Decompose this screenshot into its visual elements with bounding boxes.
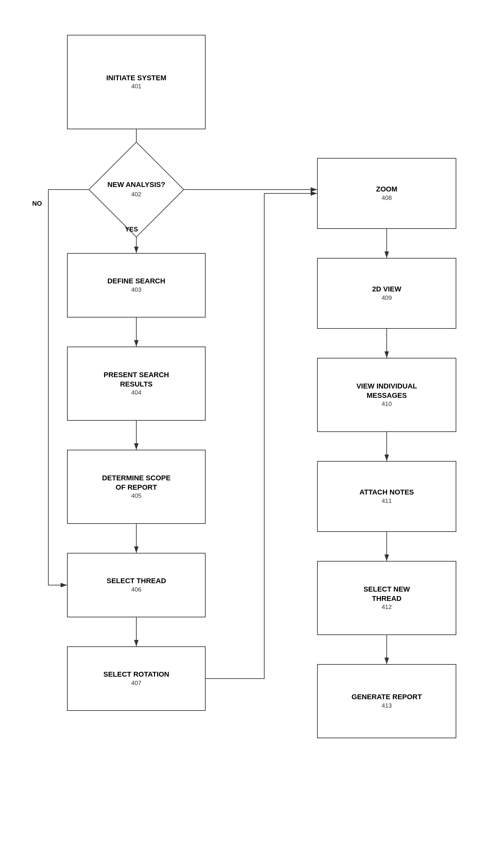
define-search-label: DEFINE SEARCH (107, 277, 165, 286)
define-search-box: DEFINE SEARCH 403 (67, 253, 205, 318)
determine-scope-label: DETERMINE SCOPEOF REPORT (102, 474, 171, 492)
initiate-system-box: INITIATE SYSTEM 401 (67, 35, 205, 129)
zoom-box: ZOOM 408 (317, 158, 456, 229)
select-thread-label: SELECT THREAD (107, 576, 166, 586)
view-individual-label: VIEW INDIVIDUALMESSAGES (356, 382, 417, 400)
view-2d-label: 2D VIEW (372, 285, 401, 294)
zoom-label: ZOOM (376, 185, 397, 194)
view-individual-box: VIEW INDIVIDUALMESSAGES 410 (317, 358, 456, 432)
determine-scope-box: DETERMINE SCOPEOF REPORT 405 (67, 450, 205, 524)
present-search-box: PRESENT SEARCHRESULTS 404 (67, 346, 205, 421)
attach-notes-label: ATTACH NOTES (359, 488, 414, 497)
select-thread-box: SELECT THREAD 406 (67, 553, 205, 617)
flowchart: INITIATE SYSTEM 401 NEW ANALYSIS? 402 YE… (0, 0, 504, 853)
select-new-thread-number: 412 (381, 603, 392, 611)
select-rotation-box: SELECT ROTATION 407 (67, 646, 205, 711)
initiate-system-label: INITIATE SYSTEM (106, 73, 167, 83)
define-search-number: 403 (131, 286, 142, 294)
generate-report-label: GENERATE REPORT (352, 692, 422, 702)
select-new-thread-label: SELECT NEWTHREAD (363, 585, 410, 603)
attach-notes-number: 411 (381, 497, 392, 505)
select-new-thread-box: SELECT NEWTHREAD 412 (317, 561, 456, 635)
select-rotation-label: SELECT ROTATION (104, 670, 169, 679)
zoom-number: 408 (381, 194, 392, 202)
attach-notes-box: ATTACH NOTES 411 (317, 461, 456, 532)
determine-scope-number: 405 (131, 492, 142, 500)
view-individual-number: 410 (381, 400, 392, 408)
new-analysis-text: NEW ANALYSIS? 402 (107, 180, 165, 199)
present-search-number: 404 (131, 389, 142, 397)
view-2d-number: 409 (381, 294, 392, 302)
generate-report-number: 413 (381, 702, 392, 710)
initiate-system-number: 401 (131, 83, 142, 91)
select-rotation-number: 407 (131, 679, 142, 687)
generate-report-box: GENERATE REPORT 413 (317, 664, 456, 738)
no-label: NO (32, 200, 42, 207)
select-thread-number: 406 (131, 586, 142, 594)
new-analysis-diamond: NEW ANALYSIS? 402 (103, 156, 170, 224)
view-2d-box: 2D VIEW 409 (317, 258, 456, 329)
yes-label: YES (125, 226, 138, 233)
present-search-label: PRESENT SEARCHRESULTS (104, 370, 169, 389)
